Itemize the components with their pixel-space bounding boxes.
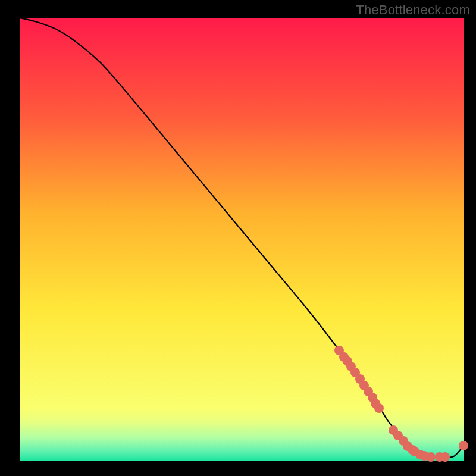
data-dot [426, 452, 436, 462]
data-dot [374, 403, 384, 413]
watermark-text: TheBottleneck.com [356, 2, 470, 18]
data-dot [459, 441, 468, 450]
data-dots-layer [20, 18, 464, 461]
chart-plot-area [20, 18, 464, 461]
image-stage: TheBottleneck.com [0, 0, 476, 476]
data-dot [440, 452, 450, 462]
